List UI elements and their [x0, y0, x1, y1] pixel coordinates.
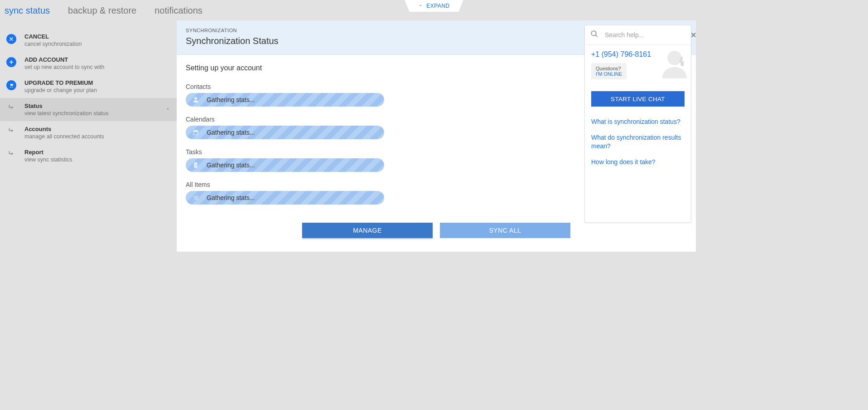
sidebar: CANCEL cancel synchronization ADD ACCOUN… [0, 20, 177, 252]
sync-status-panel: SYNCHRONIZATION Synchronization Status S… [177, 20, 696, 252]
help-bubble-online: I'M ONLINE [596, 71, 622, 77]
top-tabs: sync status backup & restore notificatio… [0, 0, 868, 20]
search-input[interactable] [605, 31, 684, 39]
chevron-right-icon [166, 106, 170, 114]
help-link[interactable]: What do synchronization results mean? [585, 130, 691, 154]
sidebar-nav-title: Status [24, 102, 158, 109]
sub-arrow-icon [6, 126, 16, 135]
progress-bar-all-items: Gathering stats... [186, 191, 384, 205]
sidebar-nav-subtitle: manage all connected accounts [24, 133, 170, 140]
progress-status: Gathering stats... [207, 96, 255, 103]
sidebar-nav-report[interactable]: Report view sync statistics [0, 144, 177, 167]
sidebar-action-title: UPGRADE TO PREMIUM [24, 79, 170, 86]
sub-arrow-icon [6, 149, 16, 158]
search-icon [590, 30, 598, 40]
sidebar-nav-status[interactable]: Status view latest synchronization statu… [0, 98, 177, 121]
list-icon [192, 194, 199, 201]
button-row: MANAGE SYNC ALL [186, 223, 687, 238]
clipboard-icon [192, 161, 199, 169]
sidebar-action-subtitle: set up new account to sync with [24, 64, 170, 70]
help-bubble: Questions? I'M ONLINE [591, 63, 627, 79]
help-link[interactable]: What is synchronization status? [585, 114, 691, 130]
progress-bar-contacts: Gathering stats... [186, 93, 384, 107]
progress-bar-calendars: Gathering stats... [186, 126, 384, 139]
sidebar-nav-subtitle: view sync statistics [24, 156, 170, 163]
sidebar-action-upgrade[interactable]: UPGRADE TO PREMIUM upgrade or change you… [0, 75, 177, 98]
svg-point-0 [667, 51, 682, 65]
tab-backup-restore[interactable]: backup & restore [68, 5, 136, 16]
cart-circle-icon [6, 79, 16, 90]
help-link[interactable]: How long does it take? [585, 154, 691, 170]
sidebar-action-title: CANCEL [24, 33, 170, 40]
sidebar-action-subtitle: cancel synchronization [24, 41, 170, 47]
calendar-icon [192, 129, 199, 136]
sidebar-action-add-account[interactable]: ADD ACCOUNT set up new account to sync w… [0, 52, 177, 75]
progress-status: Gathering stats... [207, 161, 255, 169]
manage-button[interactable]: MANAGE [302, 223, 433, 238]
tab-sync-status[interactable]: sync status [5, 5, 50, 16]
close-icon[interactable]: ✕ [690, 31, 696, 39]
help-search-row: ✕ [585, 25, 691, 45]
start-live-chat-button[interactable]: START LIVE CHAT [591, 91, 685, 107]
sidebar-action-subtitle: upgrade or change your plan [24, 87, 170, 93]
progress-status: Gathering stats... [207, 129, 255, 136]
help-bubble-question: Questions? [596, 66, 622, 71]
progress-status: Gathering stats... [207, 194, 255, 201]
svg-rect-1 [681, 61, 684, 66]
sidebar-action-cancel[interactable]: CANCEL cancel synchronization [0, 29, 177, 52]
sync-all-button[interactable]: SYNC ALL [440, 223, 570, 238]
support-agent-avatar-icon [658, 47, 691, 79]
sidebar-nav-subtitle: view latest synchronization status [24, 110, 158, 117]
person-icon [192, 96, 199, 103]
main-content: SYNCHRONIZATION Synchronization Status S… [177, 20, 868, 252]
sidebar-action-title: ADD ACCOUNT [24, 56, 170, 63]
sidebar-nav-title: Report [24, 149, 170, 156]
close-circle-icon [6, 33, 16, 44]
sub-arrow-icon [6, 102, 16, 112]
tab-notifications[interactable]: notifications [154, 5, 203, 16]
sidebar-nav-accounts[interactable]: Accounts manage all connected accounts [0, 121, 177, 144]
help-panel: ✕ +1 (954) 796-8161 Questions? I'M ONLIN… [584, 25, 691, 223]
progress-bar-tasks: Gathering stats... [186, 158, 384, 172]
plus-circle-icon [6, 56, 16, 67]
sidebar-nav-title: Accounts [24, 126, 170, 132]
